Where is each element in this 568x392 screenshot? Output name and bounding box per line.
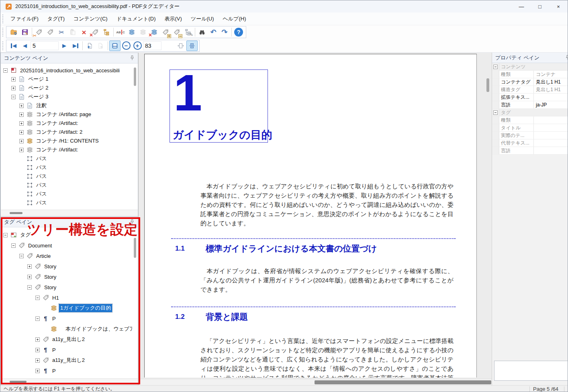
tree-item-label[interactable]: Story	[43, 284, 57, 291]
tree-row[interactable]: ページ 3	[1, 92, 132, 101]
menu-view[interactable]: 表示(V)	[160, 12, 186, 25]
property-value[interactable]: ja-JP	[534, 102, 568, 108]
property-row[interactable]: 構造タグ見出し1 H1	[492, 86, 568, 94]
delete-tag-button[interactable]: ×	[90, 27, 101, 37]
tree-row[interactable]: ¶P	[1, 365, 132, 376]
expand-icon[interactable]	[35, 348, 40, 352]
horizontal-scrollbar[interactable]	[1, 378, 138, 385]
expand-icon[interactable]	[35, 337, 40, 342]
expand-icon[interactable]	[19, 121, 24, 126]
collapse-icon[interactable]	[3, 68, 8, 73]
collapse-icon[interactable]	[493, 65, 498, 69]
fit-width-button[interactable]	[175, 41, 186, 51]
tree-item-label[interactable]: コンテナ /Artifact:	[35, 146, 80, 154]
first-page-button[interactable]: ◀	[8, 41, 19, 51]
property-row[interactable]: 言語ja-JP	[492, 101, 568, 109]
container-button[interactable]	[137, 27, 149, 37]
tree-row[interactable]: パス	[1, 181, 132, 190]
expand-icon[interactable]	[19, 139, 24, 143]
tree-row[interactable]: コンテナ /Artifact:	[1, 145, 132, 154]
page-number-input[interactable]	[31, 41, 59, 50]
tree-item-label[interactable]: パス	[35, 155, 48, 163]
menu-help[interactable]: ヘルプ(H)	[219, 12, 251, 25]
collapse-icon[interactable]	[11, 95, 16, 99]
tree-item-label[interactable]: Article	[35, 253, 52, 259]
tree-row[interactable]: コンテナ /Artifact: page	[1, 110, 132, 119]
vertical-scrollbar[interactable]	[134, 67, 136, 86]
find-button[interactable]	[196, 27, 208, 37]
property-group-row[interactable]: タグ	[492, 109, 568, 116]
document-view[interactable]: 1 ガイドブックの目的 本ガイドブックは、ウェブアクセシビリティに初めて取り組も…	[138, 53, 492, 385]
tag-cut-button[interactable]: ✂	[33, 27, 45, 37]
collapse-icon[interactable]	[35, 316, 40, 321]
menu-document[interactable]: ドキュメント(D)	[112, 12, 160, 25]
tree-row[interactable]: a11y_見出し2	[1, 355, 132, 365]
property-row[interactable]: 代替テキス...	[492, 139, 568, 147]
property-row[interactable]: 実際のテ...	[492, 132, 568, 139]
tree-item-label[interactable]: パス	[35, 163, 48, 172]
container-delete-button[interactable]: ×	[149, 27, 160, 37]
paste-button[interactable]	[67, 27, 78, 37]
container-add-button[interactable]	[126, 27, 137, 37]
tree-item-label[interactable]: 本ガイドブックは、ウェブアクセ	[59, 325, 132, 333]
tree-item-label[interactable]: パス	[35, 190, 48, 198]
property-row[interactable]: コンテナタグ見出し1 H1	[492, 78, 568, 86]
tree-item-label[interactable]: a11y_見出し2	[51, 356, 86, 364]
vertical-scrollbar[interactable]	[486, 78, 489, 92]
expand-icon[interactable]	[19, 130, 24, 135]
view-back-button[interactable]	[84, 41, 95, 51]
tree-row[interactable]: パス	[1, 154, 132, 163]
expand-icon[interactable]	[11, 86, 16, 90]
property-row[interactable]: 種類	[492, 116, 568, 124]
collapse-icon[interactable]	[27, 285, 32, 290]
tree-item-label-selected[interactable]: 1ガイドブックの目的	[59, 304, 112, 312]
property-row[interactable]: 拡張テキス...	[492, 94, 568, 101]
property-value[interactable]: コンテナ	[534, 71, 568, 78]
next-page-button[interactable]: ▶	[59, 41, 70, 51]
tree-item-label[interactable]: パス	[35, 181, 48, 189]
tree-structure-button[interactable]	[101, 27, 112, 37]
tree-row[interactable]: ¶P	[1, 345, 132, 355]
tree-item-label[interactable]: コンテナ /Artifact:	[35, 119, 80, 127]
help-button[interactable]: ?	[233, 27, 244, 37]
zoom-level-input[interactable]	[143, 41, 161, 50]
tree-row[interactable]: タグ	[1, 230, 132, 240]
tree-row[interactable]: a11y_見出し2	[1, 334, 132, 345]
collapse-icon[interactable]	[11, 243, 16, 248]
horizontal-scrollbar[interactable]	[139, 379, 492, 385]
tree-row[interactable]: コンテナ /Artifact: 2	[1, 128, 132, 137]
expand-icon[interactable]	[27, 264, 32, 269]
zoom-in-button[interactable]: +	[132, 41, 143, 51]
open-folder-button[interactable]	[8, 27, 19, 37]
scrollbar-thumb[interactable]	[10, 212, 22, 214]
tree-item-label[interactable]: Story	[43, 274, 57, 280]
tree-row[interactable]: 本ガイドブックは、ウェブアクセ	[1, 324, 132, 334]
tree-row[interactable]: パス	[1, 163, 132, 172]
tree-item-label[interactable]: コンテナ /H1: CONTENTS	[35, 137, 100, 145]
toolbar-grip[interactable]	[2, 41, 4, 50]
tree-item-label[interactable]: Story	[43, 263, 57, 270]
menu-tools[interactable]: ツール(U)	[186, 12, 219, 25]
toolbar-grip[interactable]	[2, 28, 4, 37]
text-check-button[interactable]: ABC	[115, 27, 126, 37]
view-forward-button[interactable]	[95, 41, 106, 51]
property-row[interactable]: タイトル	[492, 124, 568, 132]
fit-page-button[interactable]	[186, 41, 198, 51]
single-page-view-button[interactable]	[109, 41, 121, 51]
expand-icon[interactable]	[19, 104, 24, 108]
tree-row[interactable]: ページ 2	[1, 84, 132, 92]
tree-edit-button[interactable]: ✎	[182, 27, 194, 37]
tree-row[interactable]: Story	[1, 272, 132, 282]
tree-row[interactable]: 注釈	[1, 101, 132, 110]
tree-item-label[interactable]: ページ 1	[27, 75, 49, 83]
delete-button[interactable]: ×	[78, 27, 90, 37]
tree-row[interactable]: H1	[1, 292, 132, 303]
tree-row[interactable]: コンテナ /H1: CONTENTS	[1, 137, 132, 145]
minimize-button[interactable]: —	[512, 0, 531, 12]
tree-row[interactable]: コンテナ /Artifact:	[1, 119, 132, 128]
tree-row[interactable]: Document	[1, 240, 132, 251]
tree-item-label[interactable]: ページ 3	[27, 93, 49, 101]
tree-item-label[interactable]: コンテナ /Artifact: page	[35, 110, 92, 118]
redo-button[interactable]: ↷	[219, 27, 230, 37]
zoom-out-button[interactable]: −	[121, 41, 132, 51]
